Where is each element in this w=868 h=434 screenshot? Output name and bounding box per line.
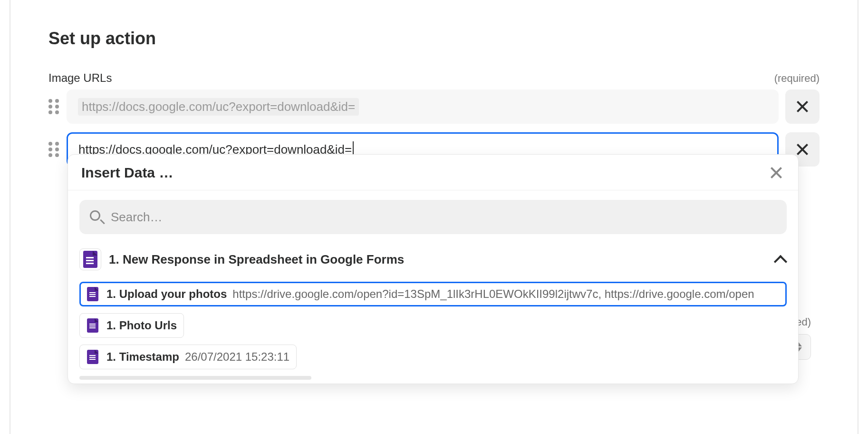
google-forms-icon xyxy=(85,286,101,302)
data-item-upload-photos[interactable]: 1. Upload your photos https://drive.goog… xyxy=(79,282,787,306)
dropdown-body: 1. New Response in Spreadsheet in Google… xyxy=(68,190,798,384)
dropdown-header: Insert Data … xyxy=(68,155,798,190)
search-icon xyxy=(90,210,103,224)
field-header: Image URLs (required) xyxy=(48,71,820,85)
insert-data-dropdown: Insert Data … 1. New Response in Spreads… xyxy=(68,154,799,384)
section-title: Set up action xyxy=(48,29,820,49)
data-item-value: 26/07/2021 15:23:11 xyxy=(185,350,289,364)
search-input[interactable] xyxy=(111,210,776,225)
horizontal-scrollbar[interactable] xyxy=(79,376,311,380)
close-icon xyxy=(769,166,783,180)
google-forms-icon xyxy=(85,317,101,334)
dropdown-title: Insert Data … xyxy=(81,165,173,181)
google-forms-icon xyxy=(85,349,101,365)
close-dropdown-button[interactable] xyxy=(768,164,785,181)
data-item-label: 1. Photo Urls xyxy=(106,319,177,332)
group-title: 1. New Response in Spreadsheet in Google… xyxy=(109,252,765,267)
drag-handle-icon[interactable] xyxy=(48,99,60,114)
data-item-row: 1. Upload your photos https://drive.goog… xyxy=(79,282,787,306)
remove-row-button[interactable] xyxy=(785,89,820,124)
chevron-up-icon xyxy=(772,252,787,266)
data-source-group[interactable]: 1. New Response in Spreadsheet in Google… xyxy=(79,234,787,282)
data-item-timestamp[interactable]: 1. Timestamp 26/07/2021 15:23:11 xyxy=(79,345,297,369)
required-indicator: (required) xyxy=(774,72,820,85)
close-icon xyxy=(795,99,810,114)
setup-panel: Set up action Image URLs (required) http… xyxy=(10,0,858,434)
data-item-photo-urls[interactable]: 1. Photo Urls xyxy=(79,313,184,338)
data-item-label: 1. Upload your photos xyxy=(106,287,227,301)
image-url-row-1: https://docs.google.com/uc?export=downlo… xyxy=(48,89,820,124)
image-url-input-1[interactable]: https://docs.google.com/uc?export=downlo… xyxy=(67,89,779,124)
drag-handle-icon[interactable] xyxy=(48,142,60,157)
url-chip: https://docs.google.com/uc?export=downlo… xyxy=(78,98,359,116)
google-forms-icon xyxy=(79,248,101,270)
data-item-row: 1. Timestamp 26/07/2021 15:23:11 xyxy=(79,345,787,369)
data-item-label: 1. Timestamp xyxy=(106,350,179,364)
data-item-value: https://drive.google.com/open?id=13SpM_1… xyxy=(232,287,754,301)
data-item-row: 1. Photo Urls xyxy=(79,313,787,338)
field-label-image-urls: Image URLs xyxy=(48,71,112,85)
search-box[interactable] xyxy=(79,200,787,234)
